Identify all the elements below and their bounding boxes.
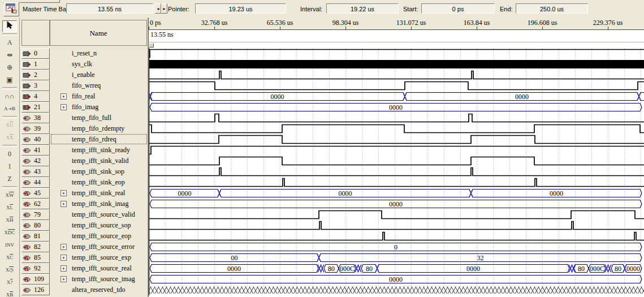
signal-number-button[interactable]: 39 [21, 123, 50, 134]
signal-row-fifo_real[interactable]: 4+fifo_real [20, 91, 148, 102]
signal-number-button[interactable]: 4 [21, 91, 50, 102]
signal-name[interactable]: temp_ifft_source_eop [72, 232, 131, 240]
zoom-tool[interactable]: ⊕ [2, 62, 17, 74]
waveform-canvas[interactable]: 0000000000000000000000000000000320000800… [149, 48, 644, 297]
signal-number-button[interactable]: 82 [21, 242, 50, 252]
signal-row-altera_reserved_tdo[interactable]: 126altera_reserved_tdo [20, 285, 148, 295]
signal-row-temp_ifft_sink_imag[interactable]: 62+temp_ifft_sink_imag [20, 199, 148, 209]
selection-tool[interactable] [2, 20, 17, 32]
find-tool[interactable]: ∩∩ [2, 91, 17, 102]
signal-row-temp_ifft_source_error[interactable]: 82+temp_ifft_source_error [20, 242, 148, 252]
signal-row-temp_ifft_source_exp[interactable]: 85+temp_ifft_source_exp [20, 252, 148, 263]
count-value-tool[interactable]: XC [2, 252, 17, 264]
signal-name[interactable]: altera_reserved_tdo [72, 286, 126, 294]
dont-care-tool[interactable]: XDC [2, 227, 17, 239]
signal-number-button[interactable]: 38 [21, 113, 50, 123]
clock-tool[interactable]: X◷ [2, 264, 17, 276]
random-value-tool[interactable]: XB [2, 289, 17, 297]
signal-row-temp_ifft_source_eop[interactable]: 81temp_ifft_source_eop [20, 231, 148, 242]
signal-name[interactable]: temp_ifft_source_real [72, 264, 132, 273]
signal-name[interactable]: temp_ifft_source_sop [72, 221, 131, 230]
waveform-editor-button[interactable] [3, 2, 19, 16]
signal-row-i_enable[interactable]: 2i_enable [20, 70, 148, 80]
signal-name[interactable]: temp_ifft_source_error [72, 243, 135, 251]
expand-button[interactable]: + [60, 276, 67, 282]
signal-name[interactable]: i_reset_n [72, 49, 97, 58]
signal-name[interactable]: temp_ifft_sink_sop [72, 167, 124, 176]
signal-number-button[interactable]: 80 [21, 220, 50, 231]
signal-number-button[interactable]: 0 [21, 48, 50, 59]
signal-name[interactable]: temp_ifft_source_valid [72, 210, 135, 219]
expand-button[interactable]: + [60, 201, 67, 207]
signal-number-button[interactable]: 81 [21, 231, 50, 242]
pointer-value[interactable]: 19.23 us [195, 3, 286, 14]
signal-number-button[interactable]: 40 [21, 134, 50, 145]
expand-button[interactable]: + [60, 104, 67, 110]
signal-row-temp_fifo_rdempty[interactable]: 39temp_fifo_rdempty [20, 123, 148, 134]
signal-name[interactable]: fifo_wrreq [72, 81, 101, 90]
interval-value[interactable]: 19.22 us [326, 3, 399, 14]
signal-row-temp_ifft_sink_sop[interactable]: 43temp_ifft_sink_sop [20, 166, 148, 177]
signal-name[interactable]: fifo_real [72, 92, 95, 101]
weak-low-tool[interactable]: XL [2, 202, 17, 214]
signal-row-temp_ifft_source_valid[interactable]: 79temp_ifft_source_valid [20, 209, 148, 220]
signal-number-button[interactable]: 45 [21, 188, 50, 199]
signal-row-temp_ifft_sink_real[interactable]: 45+temp_ifft_sink_real [20, 188, 148, 199]
force-high-tool[interactable]: 1 [2, 161, 17, 173]
expand-button[interactable]: + [60, 244, 67, 250]
signal-row-fifo_imag[interactable]: 21+fifo_imag [20, 102, 148, 113]
signal-name[interactable]: temp_ifft_sink_ready [72, 146, 130, 154]
signal-name[interactable]: temp_fifo_rdempty [72, 124, 124, 133]
start-value[interactable]: 0 ps [421, 3, 495, 14]
weak-unknown-tool[interactable]: XW [2, 190, 17, 201]
invert-tool[interactable]: INV [2, 239, 17, 251]
signal-number-button[interactable]: 62 [21, 199, 50, 209]
signal-name[interactable]: temp_ifft_source_imag [72, 275, 135, 283]
master-time-bar-strip[interactable]: 13.55 ns [149, 30, 644, 42]
master-time-bar-handle[interactable] [149, 43, 154, 48]
arbitrary-value-tool[interactable]: X? [2, 277, 17, 289]
waveform-edit-tool[interactable]: ⇹ [2, 49, 17, 61]
signal-name[interactable]: temp_ifft_sink_imag [72, 200, 128, 208]
text-tool[interactable]: A [2, 37, 17, 49]
signal-number-button[interactable]: 109 [21, 274, 50, 285]
force-highz-tool[interactable]: Z [2, 173, 17, 185]
signal-row-temp_ifft_source_sop[interactable]: 80temp_ifft_source_sop [20, 220, 148, 231]
uncertainty-tool[interactable]: XU [2, 119, 17, 131]
expand-button[interactable]: + [60, 265, 67, 272]
signal-name[interactable]: sys_clk [72, 60, 92, 68]
master-time-bar-value[interactable]: 13.55 ns [66, 3, 153, 14]
signal-row-sys_clk[interactable]: 1sys_clk [20, 59, 148, 70]
signal-number-button[interactable]: 85 [21, 252, 50, 263]
signal-name[interactable]: temp_fifo_full [72, 114, 111, 122]
signal-row-temp_ifft_sink_ready[interactable]: 41temp_ifft_sink_ready [20, 145, 148, 156]
signal-name[interactable]: temp_ifft_sink_eop [72, 178, 125, 187]
signal-number-button[interactable]: 2 [21, 70, 50, 80]
signal-name[interactable]: temp_fifo_rdreq [72, 135, 116, 144]
master-time-bar-line[interactable] [149, 48, 149, 295]
full-screen-tool[interactable]: ▣ [2, 74, 17, 86]
signal-row-temp_ifft_source_real[interactable]: 92+temp_ifft_source_real [20, 263, 148, 274]
signal-number-button[interactable]: 41 [21, 145, 50, 156]
signal-name[interactable]: temp_ifft_source_exp [72, 253, 131, 262]
signal-number-button[interactable]: 1 [21, 59, 50, 70]
signal-number-button[interactable]: 44 [21, 177, 50, 188]
expand-button[interactable]: + [60, 255, 67, 261]
signal-number-button[interactable]: 79 [21, 209, 50, 220]
signal-name[interactable]: fifo_imag [72, 103, 98, 111]
end-value[interactable]: 250.0 us [516, 3, 588, 14]
expand-button[interactable]: + [60, 93, 67, 100]
signal-row-temp_fifo_rdreq[interactable]: 40temp_fifo_rdreq [20, 134, 148, 145]
time-axis[interactable]: 0 ps32.768 us65.536 us98.304 us131.072 u… [149, 18, 644, 30]
expand-button[interactable]: + [60, 190, 67, 196]
signal-row-temp_ifft_sink_valid[interactable]: 42temp_ifft_sink_valid [20, 156, 148, 166]
force-low-tool[interactable]: 0 [2, 148, 17, 160]
signal-number-button[interactable]: 42 [21, 156, 50, 166]
signal-number-button[interactable]: 126 [21, 285, 50, 295]
signal-number-button[interactable]: 43 [21, 166, 50, 177]
master-time-bar-spin-right[interactable]: ► [161, 3, 167, 14]
signal-row-temp_ifft_sink_eop[interactable]: 44temp_ifft_sink_eop [20, 177, 148, 188]
signal-number-button[interactable]: 21 [21, 102, 50, 113]
master-time-bar-spin-left[interactable]: ◄ [155, 3, 161, 14]
replace-tool[interactable]: A⇢B [2, 103, 17, 115]
